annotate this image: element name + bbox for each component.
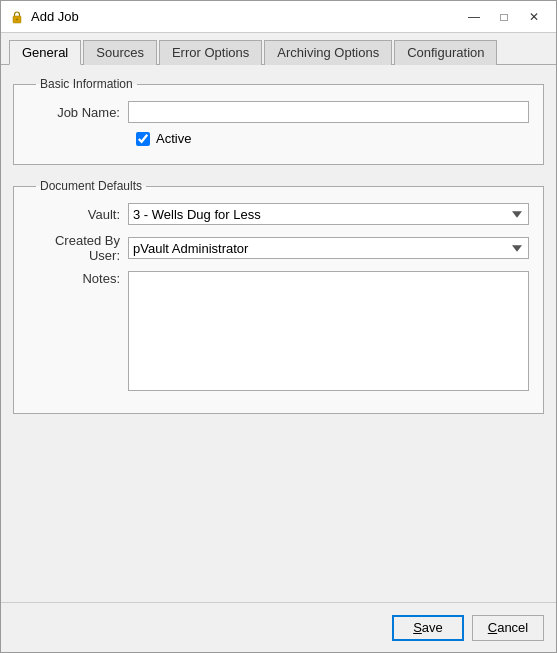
- tab-sources[interactable]: Sources: [83, 40, 157, 65]
- svg-point-1: [16, 18, 18, 20]
- save-underline: Save: [413, 620, 443, 635]
- tab-error-options[interactable]: Error Options: [159, 40, 262, 65]
- created-by-select[interactable]: pVault Administrator: [128, 237, 529, 259]
- window-controls: — □ ✕: [460, 6, 548, 28]
- basic-information-legend: Basic Information: [36, 77, 137, 91]
- notes-label: Notes:: [28, 271, 128, 286]
- job-name-label: Job Name:: [28, 105, 128, 120]
- add-job-window: Add Job — □ ✕ General Sources Error Opti…: [0, 0, 557, 653]
- document-defaults-group: Document Defaults Vault: 3 - Wells Dug f…: [13, 179, 544, 414]
- vault-select[interactable]: 3 - Wells Dug for Less: [128, 203, 529, 225]
- created-by-label: Created By User:: [28, 233, 128, 263]
- notes-textarea[interactable]: [128, 271, 529, 391]
- active-row: Active: [136, 131, 529, 146]
- active-label[interactable]: Active: [156, 131, 191, 146]
- window-icon: [9, 9, 25, 25]
- minimize-button[interactable]: —: [460, 6, 488, 28]
- cancel-underline: Cancel: [488, 620, 528, 635]
- job-name-input[interactable]: [128, 101, 529, 123]
- save-button[interactable]: Save: [392, 615, 464, 641]
- active-checkbox[interactable]: [136, 132, 150, 146]
- title-bar: Add Job — □ ✕: [1, 1, 556, 33]
- job-name-row: Job Name:: [28, 101, 529, 123]
- vault-row: Vault: 3 - Wells Dug for Less: [28, 203, 529, 225]
- notes-row: Notes:: [28, 271, 529, 391]
- vault-label: Vault:: [28, 207, 128, 222]
- tab-bar: General Sources Error Options Archiving …: [1, 33, 556, 65]
- main-content: Basic Information Job Name: Active Docum…: [1, 65, 556, 602]
- tab-configuration[interactable]: Configuration: [394, 40, 497, 65]
- basic-information-group: Basic Information Job Name: Active: [13, 77, 544, 165]
- close-button[interactable]: ✕: [520, 6, 548, 28]
- maximize-button[interactable]: □: [490, 6, 518, 28]
- document-defaults-legend: Document Defaults: [36, 179, 146, 193]
- created-by-row: Created By User: pVault Administrator: [28, 233, 529, 263]
- cancel-button[interactable]: Cancel: [472, 615, 544, 641]
- window-title: Add Job: [31, 9, 460, 24]
- tab-general[interactable]: General: [9, 40, 81, 65]
- tab-archiving-options[interactable]: Archiving Options: [264, 40, 392, 65]
- footer: Save Cancel: [1, 602, 556, 652]
